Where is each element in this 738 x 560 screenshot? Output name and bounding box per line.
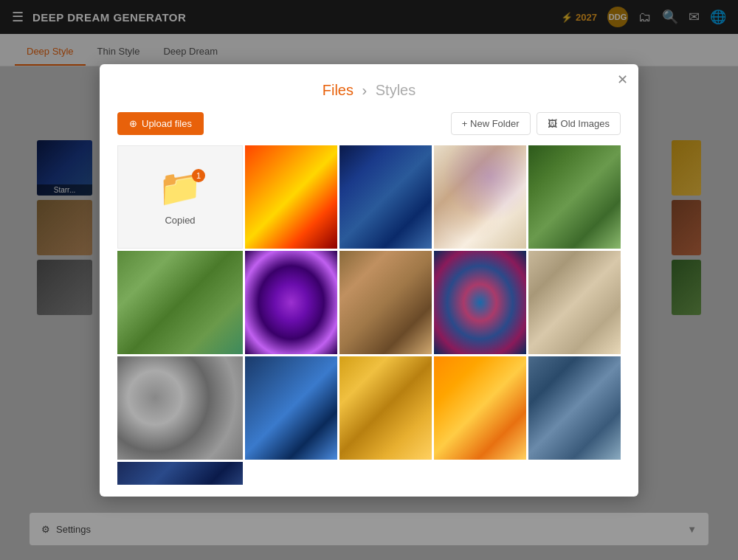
image-starry-night[interactable] — [339, 145, 432, 249]
folder-badge: 1 — [192, 169, 205, 182]
breadcrumb-styles: Styles — [376, 82, 415, 98]
upload-icon: ⊕ — [129, 118, 137, 129]
old-images-button[interactable]: 🖼 Old Images — [537, 112, 621, 135]
image-fire[interactable] — [245, 145, 337, 249]
file-browser-modal: ✕ Files › Styles ⊕ Upload files + New Fo… — [100, 64, 638, 497]
image-sunflower[interactable] — [339, 356, 432, 460]
new-folder-button[interactable]: + New Folder — [451, 112, 531, 135]
image-park[interactable] — [528, 145, 621, 249]
image-monster[interactable] — [434, 145, 526, 249]
modal-overlay: ✕ Files › Styles ⊕ Upload files + New Fo… — [0, 0, 738, 560]
breadcrumb-separator: › — [362, 82, 368, 98]
upload-label: Upload files — [142, 118, 192, 129]
image-bridge[interactable] — [245, 356, 337, 460]
image-bottom-4[interactable] — [117, 462, 243, 485]
folder-copied[interactable]: 📁 1 Copied — [117, 145, 243, 249]
image-oranges[interactable] — [434, 356, 526, 460]
file-grid: 📁 1 Copied — [117, 145, 621, 485]
image-circles[interactable] — [117, 356, 243, 460]
image-wheat-field[interactable] — [117, 251, 243, 354]
folder-icon: 📁 1 — [158, 167, 202, 209]
image-bottom-3[interactable] — [528, 356, 621, 460]
upload-files-button[interactable]: ⊕ Upload files — [117, 112, 204, 135]
folder-name: Copied — [165, 215, 195, 226]
modal-toolbar: ⊕ Upload files + New Folder 🖼 Old Images — [117, 112, 621, 135]
image-renoir-dance[interactable] — [339, 251, 432, 354]
toolbar-right: + New Folder 🖼 Old Images — [451, 112, 621, 135]
modal-title: Files › Styles — [117, 82, 621, 99]
breadcrumb-files[interactable]: Files — [323, 82, 354, 98]
close-button[interactable]: ✕ — [617, 73, 628, 86]
old-images-icon: 🖼 — [548, 118, 557, 129]
new-folder-label: + New Folder — [462, 118, 520, 129]
old-images-label: Old Images — [561, 118, 610, 129]
image-purple-fractal[interactable] — [245, 251, 337, 354]
image-nebula[interactable] — [434, 251, 526, 354]
image-architecture[interactable] — [528, 251, 621, 354]
